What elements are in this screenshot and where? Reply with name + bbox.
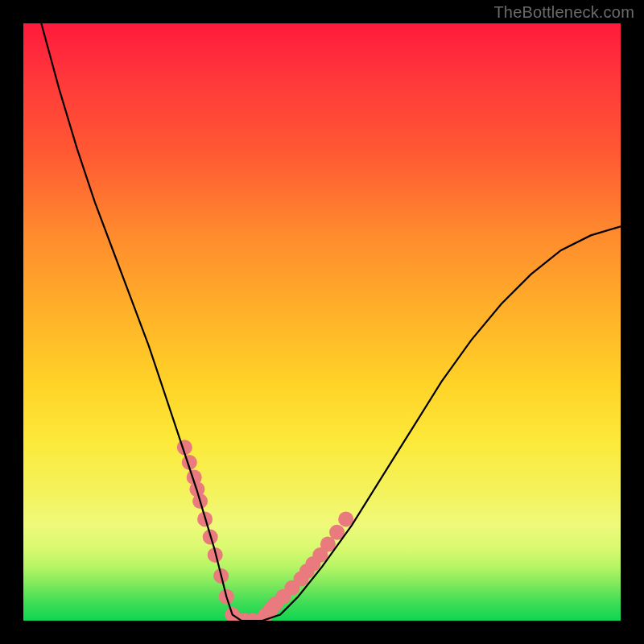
chart-container: TheBottleneck.com <box>0 0 644 644</box>
attribution-watermark: TheBottleneck.com <box>493 3 634 22</box>
plot-area <box>23 23 621 621</box>
curve-layer <box>23 23 621 621</box>
